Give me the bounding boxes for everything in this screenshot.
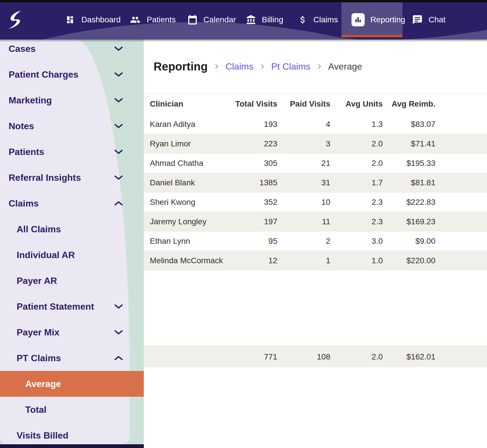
breadcrumb-claims[interactable]: Claims — [225, 61, 254, 72]
table-row[interactable]: Jaremy Longley 197 11 2.3 $169.23 — [144, 212, 487, 231]
cell-total-visits: 12 — [224, 256, 277, 265]
nav-item-reporting-active[interactable]: Reporting — [351, 2, 405, 37]
sidebar-item-marketing[interactable]: Marketing — [0, 87, 144, 113]
table-header-row: Clinician Total Visits Paid Visits Avg U… — [144, 93, 487, 115]
chevron-down-icon — [114, 149, 123, 155]
column-header-clinician: Clinician — [144, 99, 224, 109]
sidebar-item-payer-mix[interactable]: Payer Mix — [0, 319, 144, 345]
cell-paid-visits: 11 — [277, 217, 330, 226]
nav-label-calendar: Calendar — [203, 15, 236, 24]
sidebar-item-visits-billed[interactable]: Visits Billed — [0, 423, 144, 448]
sidebar-item-label: Marketing — [0, 95, 52, 106]
table-body: Karan Aditya 193 4 1.3 $83.07 Ryan Limor… — [144, 115, 487, 270]
nav-item-chat[interactable]: Chat — [412, 2, 445, 37]
cell-total-visits: 193 — [224, 120, 277, 129]
cell-total-visits: 352 — [224, 198, 277, 207]
sidebar-item-label: Patient Statement — [0, 301, 94, 312]
cell-clinician: Karan Aditya — [144, 120, 224, 129]
nav-label-billing: Billing — [262, 15, 283, 24]
cell-paid-visits: 4 — [277, 120, 330, 129]
nav-label-chat: Chat — [429, 15, 445, 24]
sidebar-item-notes[interactable]: Notes — [0, 113, 144, 139]
table-row[interactable]: Melinda McCormack 12 1 1.0 $220.00 — [144, 251, 487, 270]
cell-clinician: Daniel Blank — [144, 178, 224, 187]
cell-total-visits: 95 — [224, 237, 277, 246]
chevron-down-icon — [114, 175, 123, 180]
totals-avg-reimb: $162.01 — [383, 352, 435, 361]
nav-item-patients[interactable]: Patients — [129, 2, 176, 37]
chevron-right-icon — [213, 63, 220, 70]
cell-avg-reimb: $220.00 — [383, 256, 435, 265]
cell-paid-visits: 31 — [277, 178, 330, 187]
sidebar-item-label: Claims — [0, 198, 39, 209]
nav-item-claims[interactable]: Claims — [298, 2, 338, 37]
cell-avg-units: 1.3 — [330, 120, 383, 129]
cell-paid-visits: 3 — [277, 139, 330, 148]
table-row[interactable]: Ryan Limor 223 3 2.0 $71.41 — [144, 134, 487, 154]
sidebar-item-average-active[interactable]: Average — [0, 371, 144, 397]
cell-avg-units: 2.0 — [330, 139, 383, 148]
nav-label-reporting: Reporting — [370, 15, 405, 24]
people-icon — [129, 15, 141, 25]
window-top-strip — [0, 0, 487, 2]
nav-item-dashboard[interactable]: Dashboard — [65, 2, 121, 37]
table-row[interactable]: Karan Aditya 193 4 1.3 $83.07 — [144, 115, 487, 134]
table-row[interactable]: Ahmad Chatha 305 21 2.0 $195.33 — [144, 154, 487, 173]
main-content: Reporting Claims Pt Claims Average Clini… — [144, 40, 487, 448]
chevron-down-icon — [114, 46, 123, 52]
totals-avg-units: 2.0 — [330, 352, 383, 361]
sidebar-item-label: Cases — [0, 44, 36, 54]
cell-avg-reimb: $9.00 — [383, 237, 435, 246]
cell-avg-units: 2.3 — [330, 217, 383, 226]
chevron-down-icon — [114, 123, 123, 129]
nav-label-claims: Claims — [313, 15, 338, 24]
cell-total-visits: 305 — [224, 159, 277, 168]
cell-paid-visits: 10 — [277, 198, 330, 207]
cell-avg-reimb: $195.33 — [383, 159, 435, 168]
sidebar-item-label: Payer AR — [0, 276, 57, 286]
sidebar-item-individual-ar[interactable]: Individual AR — [0, 242, 144, 268]
sidebar-item-patients[interactable]: Patients — [0, 139, 144, 165]
cell-avg-units: 3.0 — [330, 237, 383, 246]
table-row[interactable]: Daniel Blank 1385 31 1.7 $81.81 — [144, 173, 487, 192]
table-row[interactable]: Sheri Kwong 352 10 2.3 $222.83 — [144, 192, 487, 212]
cell-clinician: Ethan Lynn — [144, 237, 224, 246]
sidebar-item-referral-insights[interactable]: Referral Insights — [0, 165, 144, 190]
sidebar-item-label: Patient Charges — [0, 69, 78, 80]
calendar-icon — [187, 15, 198, 25]
app-logo[interactable] — [7, 10, 22, 30]
sidebar-item-label: Average — [0, 379, 61, 389]
totals-paid-visits: 108 — [277, 352, 330, 361]
chevron-down-icon — [114, 329, 123, 335]
cell-clinician: Jaremy Longley — [144, 217, 224, 226]
breadcrumb: Reporting Claims Pt Claims Average — [154, 59, 362, 74]
cell-clinician: Ahmad Chatha — [144, 159, 224, 168]
sidebar-item-payer-ar[interactable]: Payer AR — [0, 268, 144, 294]
sidebar-item-patient-statement[interactable]: Patient Statement — [0, 294, 144, 319]
sidebar-item-total[interactable]: Total — [0, 397, 144, 423]
dashboard-icon — [65, 15, 76, 25]
cell-total-visits: 223 — [224, 139, 277, 148]
cell-paid-visits: 21 — [277, 159, 330, 168]
sidebar-item-all-claims[interactable]: All Claims — [0, 216, 144, 242]
nav-label-patients: Patients — [147, 15, 176, 24]
table-totals-row: 771 108 2.0 $162.01 — [144, 346, 487, 367]
sidebar-item-claims[interactable]: Claims — [0, 190, 144, 216]
sidebar-item-label: Referral Insights — [0, 172, 81, 183]
cell-clinician: Sheri Kwong — [144, 198, 224, 207]
column-header-avg-units: Avg Units — [330, 99, 383, 109]
breadcrumb-pt-claims[interactable]: Pt Claims — [271, 61, 311, 72]
table-row[interactable]: Ethan Lynn 95 2 3.0 $9.00 — [144, 231, 487, 251]
nav-item-calendar[interactable]: Calendar — [187, 2, 236, 37]
sidebar-item-pt-claims[interactable]: PT Claims — [0, 345, 144, 371]
chevron-down-icon — [114, 304, 123, 309]
sidebar-item-patient-charges[interactable]: Patient Charges — [0, 62, 144, 87]
chat-icon — [412, 14, 423, 25]
sidebar-item-label: Individual AR — [0, 250, 75, 260]
breadcrumb-reporting[interactable]: Reporting — [154, 60, 208, 73]
nav-label-dashboard: Dashboard — [81, 15, 121, 24]
column-header-avg-reimb: Avg Reimb. — [383, 99, 435, 109]
cell-avg-units: 1.7 — [330, 178, 383, 187]
nav-item-billing[interactable]: Billing — [246, 2, 283, 37]
column-header-total-visits: Total Visits — [224, 99, 277, 109]
